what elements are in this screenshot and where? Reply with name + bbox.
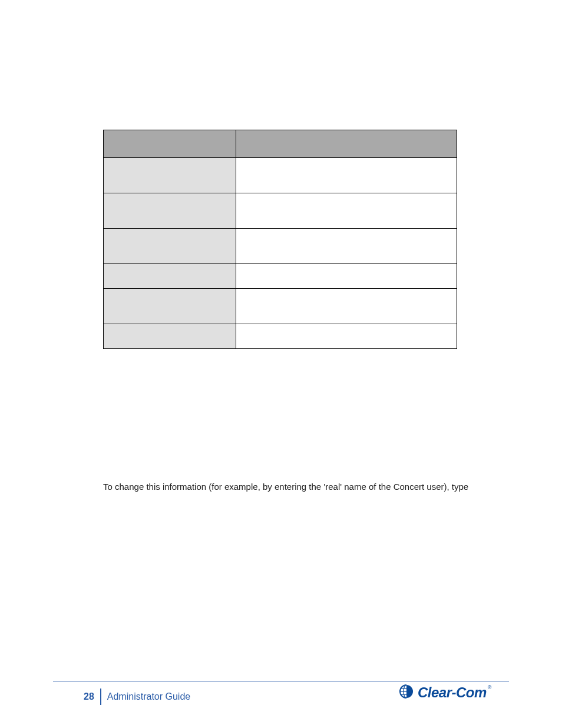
table-label-cell xyxy=(104,193,236,229)
data-table xyxy=(103,130,457,349)
table-value-cell xyxy=(236,289,457,324)
table-value-cell xyxy=(236,324,457,349)
table-container xyxy=(103,130,457,349)
logo-globe-icon xyxy=(399,684,414,701)
table-label-cell xyxy=(104,229,236,264)
table-row xyxy=(104,324,457,349)
table-header-row xyxy=(104,130,457,158)
table-value-cell xyxy=(236,193,457,229)
table-header-cell-2 xyxy=(236,130,457,158)
footer-separator xyxy=(100,689,101,705)
footer-logo: Clear-Com® xyxy=(399,684,491,701)
registered-mark: ® xyxy=(488,684,491,690)
footer-left: 28 Administrator Guide xyxy=(84,689,190,705)
body-paragraph: To change this information (for example,… xyxy=(103,480,515,493)
table-row xyxy=(104,193,457,229)
table-header-cell-1 xyxy=(104,130,236,158)
table-value-cell xyxy=(236,229,457,264)
table-value-cell xyxy=(236,158,457,193)
brand-name: Clear-Com xyxy=(418,684,487,700)
logo-text: Clear-Com® xyxy=(418,684,491,701)
table-row xyxy=(104,264,457,289)
table-row xyxy=(104,289,457,324)
footer-divider xyxy=(53,681,509,681)
table-label-cell xyxy=(104,158,236,193)
page-number: 28 xyxy=(84,691,100,702)
page: To change this information (for example,… xyxy=(0,0,562,728)
footer-title: Administrator Guide xyxy=(107,691,190,702)
table-value-cell xyxy=(236,264,457,289)
table-label-cell xyxy=(104,289,236,324)
table-row xyxy=(104,158,457,193)
table-label-cell xyxy=(104,264,236,289)
table-row xyxy=(104,229,457,264)
table-label-cell xyxy=(104,324,236,349)
